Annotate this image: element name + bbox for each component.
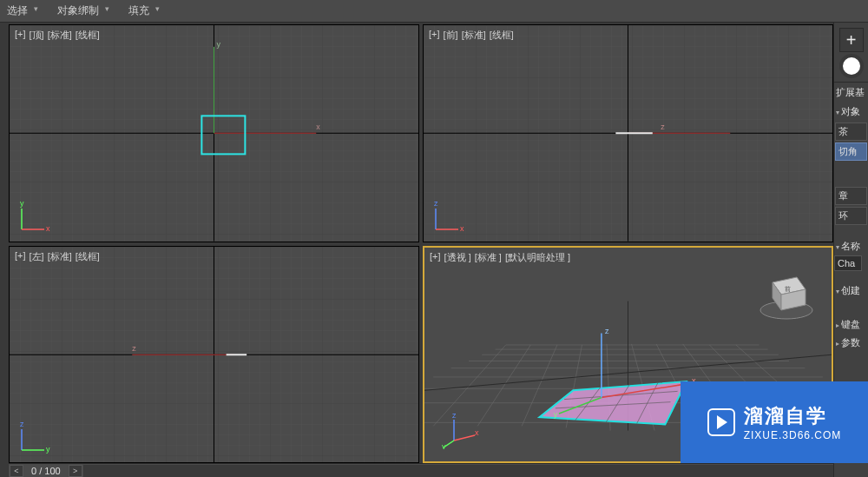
svg-text:y: y bbox=[46, 445, 50, 454]
vp-mode[interactable]: [标准] bbox=[48, 250, 72, 263]
vp-plus[interactable]: [+] bbox=[429, 29, 440, 42]
menu-select[interactable]: 选择 bbox=[3, 2, 40, 20]
svg-text:x: x bbox=[46, 224, 50, 233]
svg-text:z: z bbox=[132, 344, 136, 353]
vp-plus[interactable]: [+] bbox=[15, 250, 26, 263]
vp-name[interactable]: [顶] bbox=[30, 29, 44, 42]
viewport-front-label[interactable]: [+] [前] [标准] [线框] bbox=[429, 29, 514, 42]
watermark-url: ZIXUE.3D66.COM bbox=[744, 429, 842, 441]
rollout-params[interactable]: 参数 bbox=[834, 334, 868, 352]
svg-text:y: y bbox=[217, 40, 221, 49]
vp-name[interactable]: [透视 ] bbox=[444, 251, 471, 264]
object-type-btn-2[interactable]: 切角 bbox=[835, 142, 867, 161]
svg-text:y: y bbox=[554, 410, 558, 419]
viewport-left-grid: z bbox=[10, 247, 418, 463]
timeline-track[interactable] bbox=[83, 465, 833, 477]
svg-text:x: x bbox=[316, 123, 320, 131]
viewport-top[interactable]: [+] [顶] [标准] [线框] x y y bbox=[9, 24, 419, 242]
create-tab-icon[interactable]: + bbox=[839, 28, 864, 52]
object-type-btn-1[interactable]: 茶 bbox=[835, 123, 867, 141]
viewport-left[interactable]: [+] [左] [标准] [线框] z z y bbox=[9, 246, 419, 464]
viewport-top-grid: x y bbox=[10, 25, 418, 242]
vp-shade[interactable]: [线框] bbox=[76, 250, 100, 263]
viewcube[interactable]: 前 bbox=[752, 258, 821, 328]
svg-text:x: x bbox=[475, 428, 479, 437]
vp-mode[interactable]: [标准 ] bbox=[475, 251, 502, 264]
svg-text:z: z bbox=[434, 199, 438, 208]
vp-plus[interactable]: [+] bbox=[15, 29, 26, 42]
geometry-icon[interactable] bbox=[839, 54, 864, 78]
viewport-front-grid: z bbox=[424, 25, 832, 242]
viewport-left-label[interactable]: [+] [左] [标准] [线框] bbox=[15, 250, 100, 263]
timeline-frame-display: 0 / 100 bbox=[24, 466, 68, 476]
svg-text:前: 前 bbox=[785, 286, 791, 292]
timeline-next[interactable]: > bbox=[69, 465, 82, 477]
viewport-front[interactable]: [+] [前] [标准] [线框] z z x bbox=[423, 24, 833, 242]
viewport-persp-label[interactable]: [+] [透视 ] [标准 ] [默认明暗处理 ] bbox=[430, 251, 570, 264]
svg-text:z: z bbox=[452, 411, 457, 420]
svg-text:y: y bbox=[442, 442, 446, 449]
svg-text:x: x bbox=[460, 224, 464, 233]
watermark-play-icon bbox=[707, 408, 735, 436]
svg-text:z: z bbox=[661, 123, 665, 131]
category-dropdown[interactable]: 扩展基 bbox=[834, 82, 868, 103]
rollout-name-color[interactable]: 名称 bbox=[834, 237, 868, 255]
timeline: < 0 / 100 > bbox=[9, 463, 833, 477]
vp-plus[interactable]: [+] bbox=[430, 251, 441, 264]
menu-fill[interactable]: 填充 bbox=[125, 2, 161, 20]
watermark-brand: 溜溜自学 bbox=[744, 403, 827, 429]
vp-name[interactable]: [左] bbox=[30, 250, 44, 263]
vp-mode[interactable]: [标准] bbox=[48, 29, 72, 42]
svg-text:z: z bbox=[605, 326, 609, 335]
rollout-create-method[interactable]: 创建 bbox=[834, 282, 868, 300]
object-type-btn-4[interactable]: 环 bbox=[835, 207, 867, 225]
axis-gizmo-top[interactable]: y x bbox=[16, 196, 55, 235]
viewport-top-label[interactable]: [+] [顶] [标准] [线框] bbox=[15, 29, 100, 42]
vp-mode[interactable]: [标准] bbox=[462, 29, 486, 42]
vp-name[interactable]: [前] bbox=[444, 29, 458, 42]
svg-text:z: z bbox=[20, 420, 24, 428]
object-name-field[interactable] bbox=[834, 255, 862, 271]
object-type-btn-3[interactable]: 章 bbox=[835, 187, 867, 205]
axis-gizmo-front[interactable]: z x bbox=[431, 196, 469, 235]
watermark: 溜溜自学 ZIXUE.3D66.COM bbox=[681, 381, 868, 463]
top-toolbar: 选择 对象绑制 填充 bbox=[0, 0, 868, 23]
svg-line-72 bbox=[454, 435, 475, 441]
rollout-keyboard[interactable]: 键盘 bbox=[834, 315, 868, 334]
vp-shade[interactable]: [线框] bbox=[490, 29, 514, 42]
axis-gizmo-left[interactable]: z y bbox=[16, 417, 55, 455]
timeline-prev[interactable]: < bbox=[10, 465, 23, 477]
vp-shade[interactable]: [默认明暗处理 ] bbox=[505, 251, 570, 264]
svg-text:y: y bbox=[20, 199, 24, 208]
menu-object-binding[interactable]: 对象绑制 bbox=[54, 2, 111, 20]
vp-shade[interactable]: [线框] bbox=[76, 29, 100, 42]
axis-gizmo-persp[interactable]: z x y bbox=[442, 411, 480, 449]
rollout-object-type[interactable]: 对象 bbox=[834, 103, 868, 121]
